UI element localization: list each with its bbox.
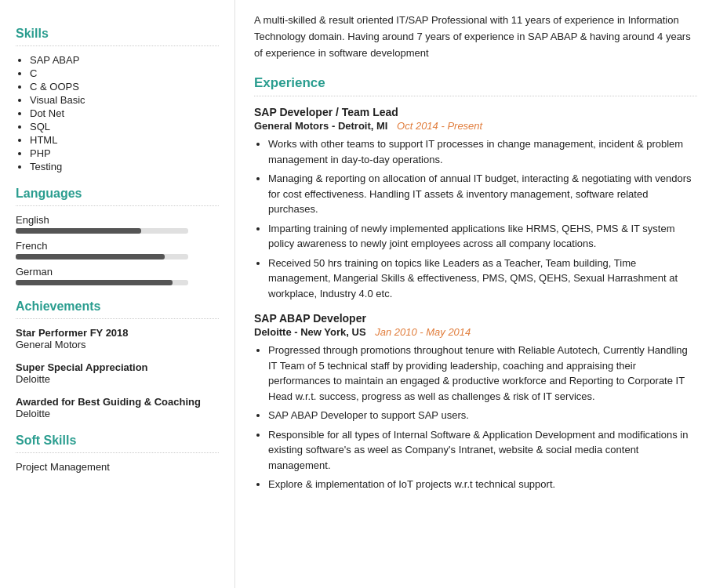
achievement-title: Super Special Appreciation xyxy=(16,361,219,373)
skill-item: SAP ABAP xyxy=(30,54,219,66)
languages-container: English French German xyxy=(16,214,219,285)
soft-skills-container: Project Management xyxy=(16,461,219,473)
experience-divider xyxy=(254,96,697,96)
achievement-org: Deloitte xyxy=(16,373,219,385)
achievement-item: Awarded for Best Guiding & Coaching Delo… xyxy=(16,396,219,419)
skill-item: PHP xyxy=(30,147,219,159)
language-name: French xyxy=(16,240,219,252)
job-item: SAP Developer / Team Lead General Motors… xyxy=(254,106,697,301)
job-date: Oct 2014 - Present xyxy=(397,120,482,132)
job-date: Jan 2010 - May 2014 xyxy=(375,326,471,338)
achievements-title: Achievements xyxy=(16,299,219,314)
bullet-item: SAP ABAP Developer to support SAP users. xyxy=(268,408,697,423)
bullet-item: Received 50 hrs training on topics like … xyxy=(268,256,697,302)
skill-item: Testing xyxy=(30,161,219,172)
language-name: English xyxy=(16,214,219,226)
achievement-org: General Motors xyxy=(16,339,219,350)
bullet-item: Explore & implementation of IoT projects… xyxy=(268,477,697,492)
job-bullets: Works with other teams to support IT pro… xyxy=(254,136,697,301)
skill-item: SQL xyxy=(30,121,219,132)
skill-item: HTML xyxy=(30,134,219,146)
language-bar-bg xyxy=(16,280,188,285)
achievement-title: Awarded for Best Guiding & Coaching xyxy=(16,396,219,408)
skills-list: SAP ABAPCC & OOPSVisual BasicDot NetSQLH… xyxy=(16,54,219,172)
job-bullets: Progressed through promotions throughout… xyxy=(254,343,697,492)
jobs-container: SAP Developer / Team Lead General Motors… xyxy=(254,106,697,492)
language-item: German xyxy=(16,266,219,285)
job-item: SAP ABAP Developer Deloitte - New York, … xyxy=(254,312,697,492)
job-company-line: Deloitte - New York, US Jan 2010 - May 2… xyxy=(254,326,697,338)
bullet-item: Imparting training of newly implemented … xyxy=(268,221,697,252)
language-bar xyxy=(16,280,173,285)
bullet-item: Works with other teams to support IT pro… xyxy=(268,136,697,167)
achievement-org: Deloitte xyxy=(16,408,219,419)
left-panel: Skills SAP ABAPCC & OOPSVisual BasicDot … xyxy=(0,0,235,588)
achievements-divider xyxy=(16,318,219,319)
language-item: French xyxy=(16,240,219,260)
job-company-line: General Motors - Detroit, MI Oct 2014 - … xyxy=(254,120,697,132)
achievement-title: Star Performer FY 2018 xyxy=(16,327,219,339)
soft-skills-divider xyxy=(16,452,219,453)
language-bar xyxy=(16,228,141,234)
right-panel: A multi-skilled & result oriented IT/SAP… xyxy=(235,0,716,588)
language-item: English xyxy=(16,214,219,234)
skills-divider xyxy=(16,45,219,46)
languages-divider xyxy=(16,205,219,206)
skill-item: C xyxy=(30,67,219,79)
languages-title: Languages xyxy=(16,187,219,201)
bullet-item: Responsible for all types of Internal So… xyxy=(268,427,697,474)
language-name: German xyxy=(16,266,219,278)
job-title: SAP Developer / Team Lead xyxy=(254,106,697,118)
bullet-item: Progressed through promotions throughout… xyxy=(268,343,697,404)
language-bar-bg xyxy=(16,228,188,234)
language-bar xyxy=(16,254,165,260)
skill-item: Visual Basic xyxy=(30,94,219,106)
job-title: SAP ABAP Developer xyxy=(254,312,697,325)
language-bar-bg xyxy=(16,254,188,260)
summary-text: A multi-skilled & result oriented IT/SAP… xyxy=(254,13,697,61)
skills-title: Skills xyxy=(16,27,219,41)
soft-skills-title: Soft Skills xyxy=(16,434,219,448)
skill-item: Dot Net xyxy=(30,107,219,119)
skill-item: C & OOPS xyxy=(30,81,219,93)
experience-title: Experience xyxy=(254,75,697,91)
achievement-item: Super Special Appreciation Deloitte xyxy=(16,361,219,385)
bullet-item: Managing & reporting on allocation of an… xyxy=(268,171,697,217)
soft-skill-item: Project Management xyxy=(16,461,219,473)
achievements-container: Star Performer FY 2018 General Motors Su… xyxy=(16,327,219,419)
achievement-item: Star Performer FY 2018 General Motors xyxy=(16,327,219,350)
